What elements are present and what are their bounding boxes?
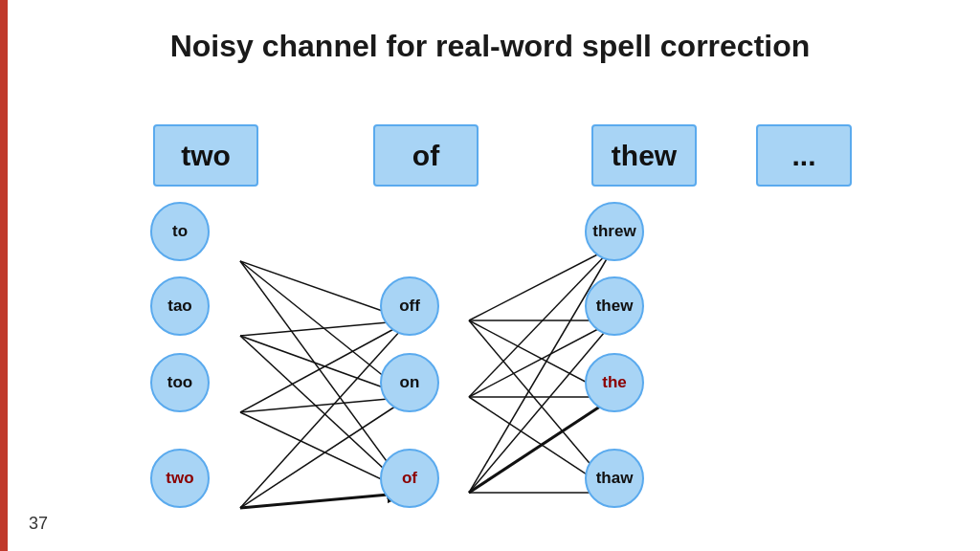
node-of: of xyxy=(380,449,439,508)
red-bar xyxy=(0,0,8,551)
slide-title: Noisy channel for real-word spell correc… xyxy=(0,29,980,64)
node-on: on xyxy=(380,353,439,412)
label-box-lbl-of: of xyxy=(373,124,479,187)
node-thew: thew xyxy=(585,276,644,336)
arrows-layer xyxy=(0,0,980,551)
label-box-lbl-thew: thew xyxy=(591,124,697,187)
node-thaw: thaw xyxy=(585,449,644,508)
label-box-lbl-two: two xyxy=(153,124,258,187)
node-two: two xyxy=(150,449,210,508)
node-the: the xyxy=(585,353,644,412)
node-to: to xyxy=(150,202,210,261)
node-off: off xyxy=(380,276,439,336)
node-too: too xyxy=(150,353,210,412)
node-threw: threw xyxy=(585,202,644,261)
node-tao: tao xyxy=(150,276,210,336)
slide-number: 37 xyxy=(29,514,48,534)
label-box-lbl-dots: ... xyxy=(756,124,852,187)
